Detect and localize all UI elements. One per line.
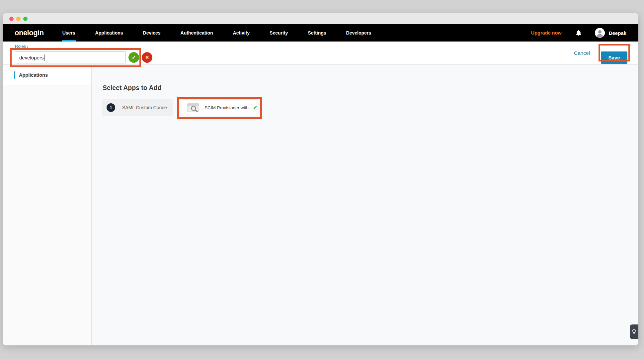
main-content: Select Apps to Add 1 SAML Custom Conne… bbox=[92, 65, 638, 345]
user-name[interactable]: Deepak bbox=[609, 30, 626, 36]
nav-item-activity[interactable]: Activity bbox=[232, 24, 251, 42]
app-count-badge: 1 bbox=[107, 103, 115, 112]
nav-item-applications[interactable]: Applications bbox=[95, 24, 124, 42]
notifications-bell-icon[interactable] bbox=[576, 30, 582, 36]
cancel-rename-button[interactable]: ✕ bbox=[142, 52, 152, 63]
role-name-input[interactable]: developers bbox=[15, 51, 126, 63]
lightbulb-icon bbox=[632, 329, 636, 335]
nav-item-settings[interactable]: Settings bbox=[307, 24, 327, 42]
nav-item-authentication[interactable]: Authentication bbox=[180, 24, 214, 42]
nav-item-devices[interactable]: Devices bbox=[142, 24, 161, 42]
help-lightbulb-tab[interactable] bbox=[630, 324, 638, 339]
sidebar-item-applications[interactable]: Applications bbox=[3, 65, 91, 85]
nav-item-security[interactable]: Security bbox=[269, 24, 288, 42]
confirm-rename-button[interactable]: ✓ bbox=[128, 52, 139, 63]
nav-item-developers[interactable]: Developers bbox=[346, 24, 372, 42]
onelogin-logo[interactable]: onelogin bbox=[15, 29, 44, 37]
selected-check-icon: ✔ bbox=[253, 105, 257, 111]
save-button[interactable]: Save bbox=[601, 51, 627, 64]
minimize-window-button[interactable] bbox=[16, 17, 21, 21]
browser-window: onelogin Users Applications Devices Auth… bbox=[3, 13, 638, 345]
close-window-button[interactable] bbox=[9, 17, 14, 21]
user-avatar[interactable] bbox=[595, 28, 605, 38]
active-item-indicator bbox=[14, 71, 15, 79]
main-nav: Users Applications Devices Authenticatio… bbox=[62, 24, 390, 42]
app-card-saml[interactable]: 1 SAML Custom Conne… bbox=[102, 99, 173, 116]
check-icon: ✓ bbox=[132, 54, 136, 60]
scim-app-icon bbox=[187, 103, 199, 112]
sidebar-item-label: Applications bbox=[19, 72, 48, 78]
role-edit-header: Roles / developers ✓ ✕ Cancel Save bbox=[3, 42, 638, 65]
app-card-scim[interactable]: SCIM Provisioner with… ✔ bbox=[182, 99, 257, 116]
nav-item-users[interactable]: Users bbox=[62, 24, 76, 42]
upgrade-now-link[interactable]: Upgrade now bbox=[531, 30, 562, 36]
window-titlebar bbox=[3, 13, 638, 24]
sidebar: Applications bbox=[3, 65, 92, 345]
cancel-link[interactable]: Cancel bbox=[574, 50, 590, 56]
top-navbar: onelogin Users Applications Devices Auth… bbox=[3, 24, 638, 42]
breadcrumb[interactable]: Roles / bbox=[15, 44, 28, 49]
zoom-window-button[interactable] bbox=[23, 17, 28, 21]
page-title: Select Apps to Add bbox=[103, 84, 161, 92]
x-icon: ✕ bbox=[145, 55, 149, 60]
app-name: SCIM Provisioner with… bbox=[204, 105, 253, 110]
text-caret bbox=[44, 54, 44, 61]
role-name-value: developers bbox=[19, 55, 43, 60]
app-cards-row: 1 SAML Custom Conne… SCIM Provisioner wi… bbox=[102, 99, 257, 116]
app-name: SAML Custom Conne… bbox=[122, 105, 172, 110]
